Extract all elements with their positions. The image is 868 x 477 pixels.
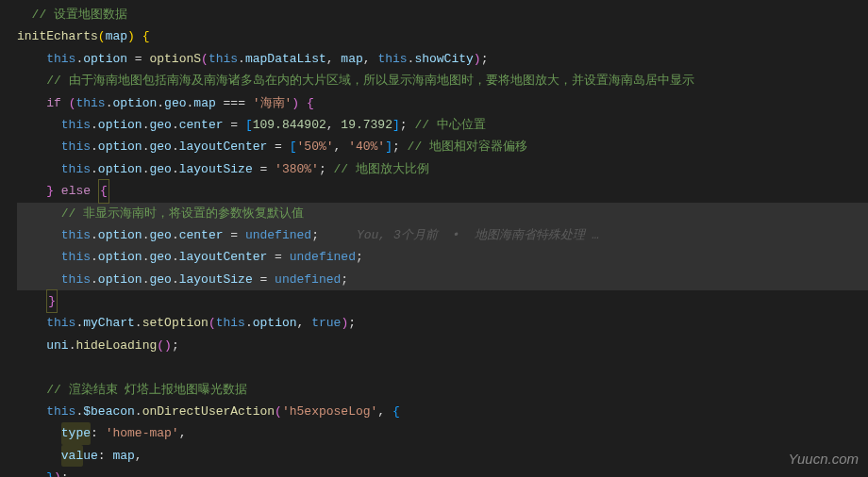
code-line: this.option.geo.center = [109.844902, 19… bbox=[17, 114, 868, 136]
code-line: } else { bbox=[17, 180, 868, 202]
code-line bbox=[17, 356, 868, 378]
code-line: this.option.geo.layoutSize = undefined; bbox=[17, 269, 868, 290]
comment: // 设置地图数据 bbox=[17, 4, 127, 25]
function-name: initEcharts bbox=[17, 25, 98, 47]
comment: // 渲染结束 灯塔上报地图曝光数据 bbox=[17, 379, 247, 401]
code-line: value: map, bbox=[17, 445, 868, 467]
code-line: } bbox=[17, 290, 868, 312]
code-line: initEcharts(map) { bbox=[17, 25, 868, 47]
code-line: this.$beacon.onDirectUserAction('h5expos… bbox=[17, 401, 868, 422]
code-editor[interactable]: // 设置地图数据 initEcharts(map) { this.option… bbox=[0, 0, 868, 477]
code-line: // 设置地图数据 bbox=[17, 4, 868, 25]
code-line: this.option.geo.center = undefined;You, … bbox=[17, 224, 868, 246]
code-line: if (this.option.geo.map === '海南') { bbox=[17, 92, 868, 114]
watermark: Yuucn.com bbox=[789, 446, 859, 471]
gitlens-annotation: You, 3个月前 • 地图海南省特殊处理 … bbox=[357, 224, 599, 246]
code-line: // 渲染结束 灯塔上报地图曝光数据 bbox=[17, 379, 868, 401]
code-line: }); bbox=[17, 467, 868, 477]
code-line: uni.hideLoading(); bbox=[17, 335, 868, 356]
code-line: this.option.geo.layoutSize = '380%'; // … bbox=[17, 158, 868, 180]
code-line: this.option.geo.layoutCenter = undefined… bbox=[17, 246, 868, 268]
code-line: this.myChart.setOption(this.option, true… bbox=[17, 312, 868, 334]
code-line: // 由于海南地图包括南海及南海诸多岛在内的大片区域，所以显示海南地图时，要将地… bbox=[17, 70, 868, 91]
comment: // 非显示海南时，将设置的参数恢复默认值 bbox=[17, 203, 304, 224]
code-line: this.option.geo.layoutCenter = ['50%', '… bbox=[17, 136, 868, 157]
comment: // 由于海南地图包括南海及南海诸多岛在内的大片区域，所以显示海南地图时，要将地… bbox=[17, 70, 694, 91]
code-line: this.option = optionS(this.mapDataList, … bbox=[17, 48, 868, 70]
code-line: type: 'home-map', bbox=[17, 422, 868, 444]
code-line: // 非显示海南时，将设置的参数恢复默认值 bbox=[17, 203, 868, 224]
